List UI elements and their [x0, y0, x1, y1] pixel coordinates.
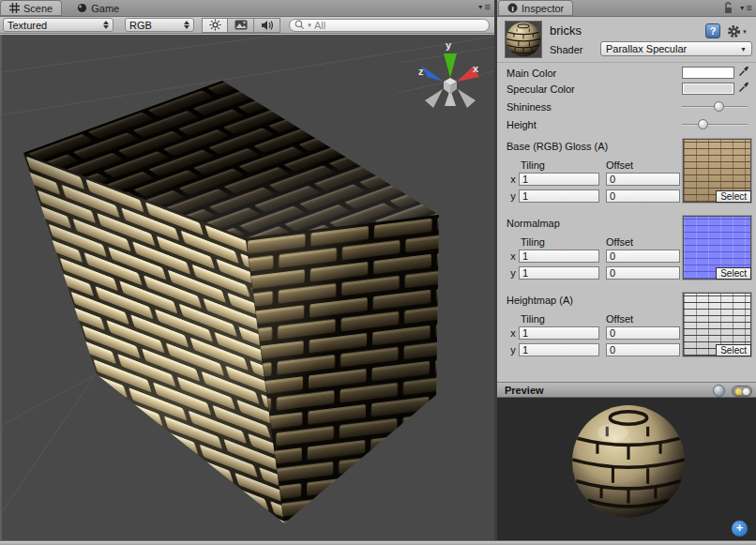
sun-icon — [209, 19, 221, 31]
base-tiling-y-field[interactable] — [519, 189, 599, 203]
scene-toolbar: Textured RGB — [0, 17, 494, 34]
add-button[interactable]: + — [732, 521, 748, 537]
lighting-toggle-button[interactable] — [202, 18, 228, 33]
scene-grid-icon — [9, 3, 20, 13]
height-slider[interactable] — [682, 119, 748, 130]
y-axis-label: y — [510, 344, 516, 356]
eyedropper-icon[interactable] — [738, 82, 749, 93]
tab-inspector-label: Inspector — [522, 3, 564, 14]
updown-arrows-icon — [103, 21, 109, 29]
gizmo-x-label: x — [473, 63, 479, 74]
shininess-slider[interactable] — [682, 101, 748, 113]
base-select-button[interactable]: Select — [716, 190, 751, 203]
heightmap-section: Heightmap (A) Tiling Offset x y Select — [497, 293, 756, 368]
normalmap-texture-thumbnail[interactable]: Select — [683, 216, 751, 280]
search-icon — [295, 20, 305, 30]
normalmap-offset-x-field[interactable] — [606, 250, 680, 263]
heightmap-texture-thumbnail[interactable]: Select — [683, 293, 751, 356]
eyedropper-icon[interactable] — [738, 66, 749, 77]
updown-arrows-icon — [184, 21, 189, 29]
preview-sphere-button[interactable] — [713, 385, 725, 397]
tiling-header: Tiling — [521, 159, 545, 171]
search-placeholder: All — [314, 20, 325, 31]
inspector-tabbar: i Inspector ▼≡ — [497, 0, 756, 17]
draw-mode-value: Textured — [8, 20, 47, 31]
light-off-dot-icon — [743, 388, 749, 395]
height-label: Height — [507, 119, 537, 130]
heightmap-tiling-x-field[interactable] — [519, 326, 599, 340]
material-preview-sphere[interactable] — [570, 403, 687, 520]
specular-color-swatch[interactable] — [682, 83, 734, 95]
normalmap-section: Normalmap Tiling Offset x y Select — [497, 216, 756, 291]
material-name: bricks — [550, 23, 582, 38]
y-axis-label: y — [510, 190, 516, 202]
normalmap-tiling-x-field[interactable] — [519, 250, 599, 263]
audio-toggle-button[interactable] — [254, 18, 280, 33]
tab-scene-label: Scene — [23, 3, 53, 14]
shader-label: Shader — [550, 44, 582, 55]
help-button[interactable]: ? — [705, 23, 720, 38]
main-color-label: Main Color — [507, 68, 556, 79]
lock-open-icon[interactable] — [723, 2, 733, 14]
dropdown-arrow-icon: ▼ — [740, 46, 747, 53]
base-texture-thumbnail[interactable]: Select — [683, 139, 751, 203]
inspector-pane-menu-icon[interactable]: ▼≡ — [739, 3, 752, 13]
scene-tabbar: Scene Game ▼≡ — [0, 0, 494, 17]
tab-scene[interactable]: Scene — [0, 0, 62, 16]
svg-text:i: i — [511, 5, 513, 13]
normalmap-tiling-y-field[interactable] — [519, 266, 599, 280]
gear-icon — [727, 24, 741, 38]
tab-game[interactable]: Game — [68, 0, 129, 16]
normalmap-label: Normalmap — [507, 218, 560, 229]
tab-game-label: Game — [91, 3, 119, 14]
scene-viewport[interactable]: y z x — [0, 35, 494, 540]
search-filter-arrow-icon: ▼ — [307, 23, 312, 28]
draw-mode-dropdown[interactable]: Textured — [3, 18, 113, 32]
normalmap-select-button[interactable]: Select — [716, 267, 751, 280]
slider-knob[interactable] — [698, 119, 708, 129]
base-offset-y-field[interactable] — [606, 189, 680, 203]
heightmap-offset-x-field[interactable] — [606, 326, 680, 340]
base-map-label: Base (RGB) Gloss (A) — [507, 141, 608, 152]
shininess-label: Shininess — [507, 101, 552, 113]
tiling-header: Tiling — [521, 313, 545, 325]
render-effects-button[interactable] — [228, 18, 254, 33]
preview-header[interactable]: Preview — [497, 382, 756, 398]
material-header: bricks Shader Parallax Specular ▼ ? ▼ — [497, 18, 756, 63]
preview-title: Preview — [505, 385, 544, 396]
offset-header: Offset — [606, 159, 633, 171]
render-channel-value: RGB — [129, 20, 152, 31]
speaker-icon — [261, 20, 274, 31]
image-icon — [234, 20, 248, 30]
scene-3d-view: y z x — [0, 35, 494, 540]
shader-dropdown[interactable]: Parallax Specular ▼ — [600, 41, 752, 56]
base-map-section: Base (RGB) Gloss (A) Tiling Offset x y S… — [497, 139, 756, 214]
render-channel-dropdown[interactable]: RGB — [125, 18, 194, 32]
slider-knob[interactable] — [714, 101, 724, 112]
settings-button[interactable]: ▼ — [727, 24, 748, 38]
tiling-header: Tiling — [521, 236, 545, 248]
unity-editor-window: Scene Game ▼≡ Textured RGB — [0, 0, 756, 545]
specular-color-label: Specular Color — [507, 83, 575, 95]
tab-inspector[interactable]: i Inspector — [498, 0, 573, 16]
scene-view-toggles — [202, 18, 280, 33]
scene-search-field[interactable]: ▼ All — [289, 19, 490, 32]
material-thumbnail[interactable] — [505, 21, 542, 58]
normalmap-offset-y-field[interactable] — [606, 266, 680, 280]
preview-lighting-toggle[interactable] — [732, 386, 752, 397]
base-tiling-x-field[interactable] — [519, 173, 599, 186]
light-on-dot-icon — [735, 388, 742, 395]
window-bottom-edge — [0, 540, 756, 545]
y-axis-label: y — [510, 267, 516, 279]
base-offset-x-field[interactable] — [606, 173, 680, 186]
heightmap-offset-y-field[interactable] — [606, 343, 680, 356]
preview-area[interactable]: + — [497, 398, 756, 540]
main-color-swatch[interactable] — [682, 67, 734, 79]
scene-pane-menu-icon[interactable]: ▼≡ — [477, 2, 491, 12]
slider-track[interactable] — [682, 124, 748, 126]
inspector-panel: i Inspector ▼≡ bricks Shader — [497, 0, 756, 540]
game-icon — [77, 3, 87, 13]
heightmap-tiling-y-field[interactable] — [519, 343, 599, 356]
scene-panel: Scene Game ▼≡ Textured RGB — [0, 0, 494, 540]
heightmap-select-button[interactable]: Select — [716, 344, 751, 356]
